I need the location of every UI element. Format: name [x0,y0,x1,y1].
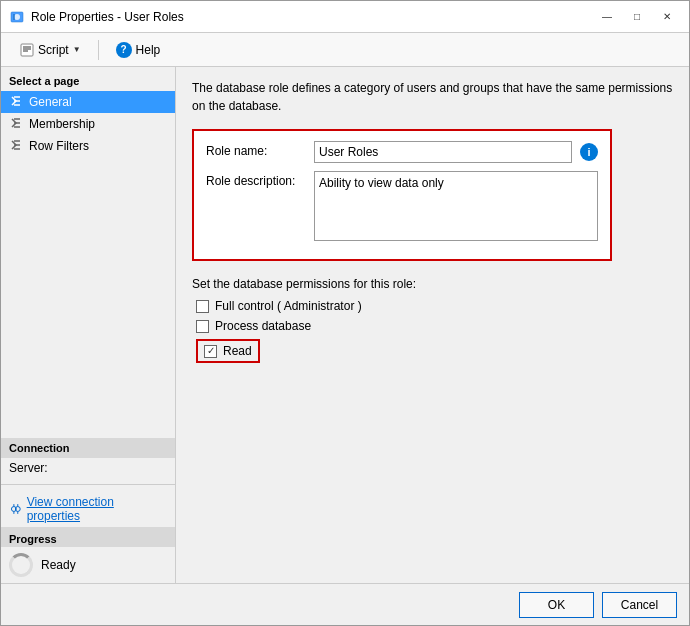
process-database-label: Process database [215,319,311,333]
svg-point-1 [14,14,20,20]
process-database-checkbox[interactable] [196,320,209,333]
membership-icon [9,117,23,131]
membership-label: Membership [29,117,95,131]
bottom-bar: OK Cancel [1,583,689,625]
maximize-button[interactable]: □ [623,6,651,28]
checkmark-icon: ✓ [207,346,215,356]
sidebar-divider [1,484,175,485]
role-description-textarea[interactable]: Ability to view data only [314,171,598,241]
role-name-row: Role name: i [206,141,598,163]
content-area: Select a page General M [1,67,689,583]
sidebar-item-membership[interactable]: Membership [1,113,175,135]
window-icon [9,9,25,25]
main-panel: The database role defines a category of … [176,67,689,583]
title-bar-buttons: — □ ✕ [593,6,681,28]
minimize-button[interactable]: — [593,6,621,28]
full-control-label: Full control ( Administrator ) [215,299,362,313]
role-description-row: Role description: Ability to view data o… [206,171,598,241]
description-text: The database role defines a category of … [192,79,673,115]
full-control-row: Full control ( Administrator ) [192,299,673,313]
read-checkbox[interactable]: ✓ [204,345,217,358]
sidebar-item-general[interactable]: General [1,91,175,113]
role-name-label: Role name: [206,141,306,158]
help-button[interactable]: ? Help [107,38,170,62]
help-icon: ? [116,42,132,58]
permissions-label: Set the database permissions for this ro… [192,277,673,291]
general-icon [9,95,23,109]
row-filters-label: Row Filters [29,139,89,153]
connection-section: Connection [1,438,175,458]
progress-section: Progress [1,527,175,547]
ok-button[interactable]: OK [519,592,594,618]
sidebar-item-row-filters[interactable]: Row Filters [1,135,175,157]
sidebar: Select a page General M [1,67,176,583]
cancel-button[interactable]: Cancel [602,592,677,618]
title-bar: Role Properties - User Roles — □ ✕ [1,1,689,33]
read-label: Read [223,344,252,358]
window-title: Role Properties - User Roles [31,10,184,24]
row-filters-icon [9,139,23,153]
connection-properties-icon [9,502,23,516]
main-window: Role Properties - User Roles — □ ✕ Scrip… [0,0,690,626]
info-icon[interactable]: i [580,143,598,161]
ready-label: Ready [41,558,76,572]
full-control-checkbox[interactable] [196,300,209,313]
progress-item: Ready [1,547,175,583]
process-database-row: Process database [192,319,673,333]
toolbar: Script ▼ ? Help [1,33,689,67]
script-icon [20,43,34,57]
general-label: General [29,95,72,109]
close-button[interactable]: ✕ [653,6,681,28]
svg-rect-3 [21,44,33,56]
toolbar-separator [98,40,99,60]
read-row: ✓ Read [196,339,260,363]
view-connection-properties-link[interactable]: View connection properties [1,491,175,527]
role-name-input[interactable] [314,141,572,163]
progress-spinner [9,553,33,577]
title-bar-left: Role Properties - User Roles [9,9,184,25]
select-page-label: Select a page [1,67,175,91]
server-row: Server: [1,458,175,478]
role-description-label: Role description: [206,171,306,188]
script-dropdown-arrow: ▼ [73,45,81,54]
form-box: Role name: i Role description: Ability t… [192,129,612,261]
script-button[interactable]: Script ▼ [11,39,90,61]
